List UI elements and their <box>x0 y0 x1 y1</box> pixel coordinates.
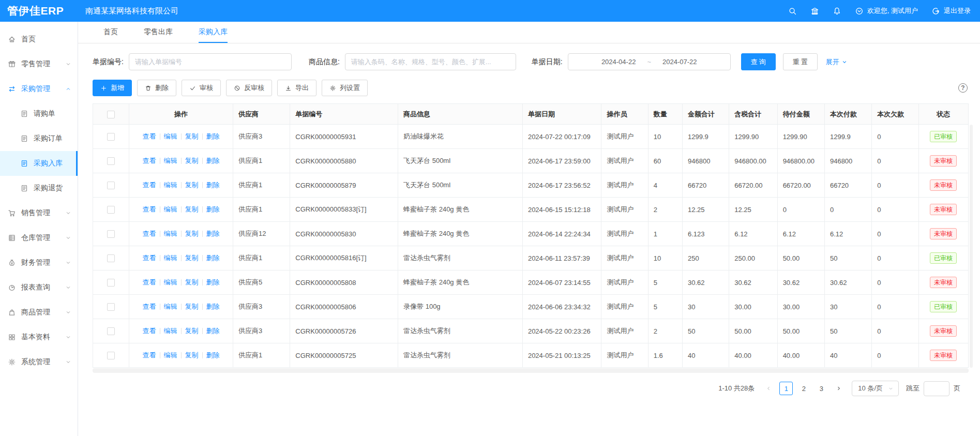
row-action-link[interactable]: 编辑 <box>160 181 181 190</box>
sidebar-item-finance-manage[interactable]: 财务管理 <box>0 250 78 275</box>
row-action-link[interactable]: 编辑 <box>160 351 181 360</box>
logout-button[interactable]: 退出登录 <box>931 6 971 16</box>
export-button[interactable]: 导出 <box>277 80 316 96</box>
row-action-link[interactable]: 查看 <box>139 253 160 263</box>
row-action-link[interactable]: 编辑 <box>160 229 181 238</box>
sidebar-item-home[interactable]: 首页 <box>0 27 78 52</box>
reset-button[interactable]: 重置 <box>783 53 818 70</box>
row-checkbox[interactable] <box>107 230 115 238</box>
row-action-link[interactable]: 复制 <box>182 205 202 214</box>
row-action-link[interactable]: 查看 <box>139 302 160 311</box>
column-settings-button[interactable]: 列设置 <box>322 80 368 96</box>
row-action-link[interactable]: 复制 <box>182 278 202 287</box>
page-number-1[interactable]: 1 <box>779 382 793 395</box>
vertical-scrollbar[interactable] <box>970 125 973 368</box>
next-page-button[interactable] <box>832 382 846 395</box>
delete-button[interactable]: 删除 <box>137 80 176 96</box>
row-action-link[interactable]: 删除 <box>203 253 223 263</box>
row-action-link[interactable]: 编辑 <box>160 302 181 311</box>
sidebar-item-purchase-request[interactable]: 请购单 <box>0 101 78 126</box>
select-all-checkbox[interactable] <box>107 111 115 118</box>
row-checkbox[interactable] <box>107 157 115 165</box>
row-actions: 查看编辑复制删除 <box>134 229 228 238</box>
table-header-cell: 操作员 <box>601 104 648 125</box>
sidebar-item-purchase-return[interactable]: 采购退货 <box>0 176 78 201</box>
sidebar-item-retail-manage[interactable]: 零售管理 <box>0 52 78 77</box>
tab-retail-outbound[interactable]: 零售出库 <box>144 22 173 43</box>
row-action-link[interactable]: 删除 <box>203 229 223 238</box>
sidebar-item-system-manage[interactable]: 系统管理 <box>0 350 78 374</box>
row-action-link[interactable]: 编辑 <box>160 205 181 214</box>
row-action-link[interactable]: 查看 <box>139 181 160 190</box>
row-action-link[interactable]: 查看 <box>139 326 160 336</box>
audit-button[interactable]: 审核 <box>182 80 221 96</box>
jump-page-input[interactable] <box>924 381 949 396</box>
doc-no-input[interactable] <box>129 53 292 70</box>
row-checkbox[interactable] <box>107 206 115 214</box>
row-action-link[interactable]: 编辑 <box>160 253 181 263</box>
date-start-value[interactable]: 2024-04-22 <box>601 58 636 66</box>
row-checkbox[interactable] <box>107 133 115 141</box>
row-checkbox[interactable] <box>107 279 115 287</box>
row-action-link[interactable]: 删除 <box>203 132 223 141</box>
row-action-link[interactable]: 复制 <box>182 132 202 141</box>
row-action-link[interactable]: 删除 <box>203 302 223 311</box>
horizontal-scrollbar[interactable] <box>93 368 969 373</box>
unaudit-button[interactable]: 反审核 <box>226 80 272 96</box>
row-action-link[interactable]: 查看 <box>139 351 160 360</box>
row-action-link[interactable]: 编辑 <box>160 326 181 336</box>
row-action-link[interactable]: 查看 <box>139 205 160 214</box>
sidebar-item-purchase-inbound[interactable]: 采购入库 <box>0 151 78 176</box>
page-size-select[interactable]: 10 条/页 <box>852 381 899 396</box>
row-action-link[interactable]: 复制 <box>182 302 202 311</box>
sidebar-item-basic-data[interactable]: 基本资料 <box>0 325 78 350</box>
sidebar-item-goods-manage[interactable]: 商品管理 <box>0 300 78 325</box>
row-action-link[interactable]: 删除 <box>203 278 223 287</box>
row-checkbox[interactable] <box>107 254 115 262</box>
product-info-input[interactable] <box>345 53 516 70</box>
tab-purchase-inbound[interactable]: 采购入库 <box>199 22 228 43</box>
sidebar-item-warehouse-manage[interactable]: 仓库管理 <box>0 225 78 250</box>
row-action-link[interactable]: 复制 <box>182 351 202 360</box>
row-action-link[interactable]: 删除 <box>203 326 223 336</box>
user-welcome[interactable]: 欢迎您, 测试用户 <box>855 6 918 16</box>
row-action-link[interactable]: 查看 <box>139 229 160 238</box>
row-action-link[interactable]: 查看 <box>139 156 160 166</box>
tab-home[interactable]: 首页 <box>103 22 118 43</box>
row-action-link[interactable]: 查看 <box>139 278 160 287</box>
expand-filters-link[interactable]: 展开 <box>826 57 848 67</box>
search-button[interactable]: 查询 <box>741 53 776 70</box>
row-checkbox[interactable] <box>107 327 115 335</box>
add-button[interactable]: 新增 <box>93 80 132 96</box>
row-checkbox[interactable] <box>107 182 115 189</box>
page-number-2[interactable]: 2 <box>797 382 810 395</box>
row-action-link[interactable]: 删除 <box>203 181 223 190</box>
sidebar-item-report-query[interactable]: 报表查询 <box>0 275 78 300</box>
prev-page-button[interactable] <box>762 382 775 395</box>
sidebar-item-sales-manage[interactable]: 销售管理 <box>0 201 78 225</box>
sidebar-item-purchase-order[interactable]: 采购订单 <box>0 126 78 151</box>
row-action-link[interactable]: 编辑 <box>160 132 181 141</box>
date-range-picker[interactable]: 2024-04-22 ~ 2024-07-22 <box>568 53 731 70</box>
cell-supplier: 供应商1 <box>233 173 290 198</box>
date-end-value[interactable]: 2024-07-22 <box>662 58 697 66</box>
help-icon[interactable]: ? <box>958 83 968 93</box>
row-action-link[interactable]: 查看 <box>139 132 160 141</box>
row-action-link[interactable]: 删除 <box>203 205 223 214</box>
row-action-link[interactable]: 复制 <box>182 181 202 190</box>
row-action-link[interactable]: 删除 <box>203 156 223 166</box>
row-action-link[interactable]: 复制 <box>182 326 202 336</box>
bank-icon[interactable] <box>810 7 819 16</box>
row-checkbox[interactable] <box>107 303 115 311</box>
page-number-3[interactable]: 3 <box>815 382 828 395</box>
sidebar-item-purchase-manage[interactable]: 采购管理 <box>0 77 78 101</box>
row-action-link[interactable]: 编辑 <box>160 278 181 287</box>
row-action-link[interactable]: 删除 <box>203 351 223 360</box>
search-icon[interactable] <box>788 7 797 16</box>
row-checkbox[interactable] <box>107 352 115 359</box>
row-action-link[interactable]: 复制 <box>182 253 202 263</box>
row-action-link[interactable]: 编辑 <box>160 156 181 166</box>
bell-icon[interactable] <box>833 7 841 16</box>
row-action-link[interactable]: 复制 <box>182 229 202 238</box>
row-action-link[interactable]: 复制 <box>182 156 202 166</box>
